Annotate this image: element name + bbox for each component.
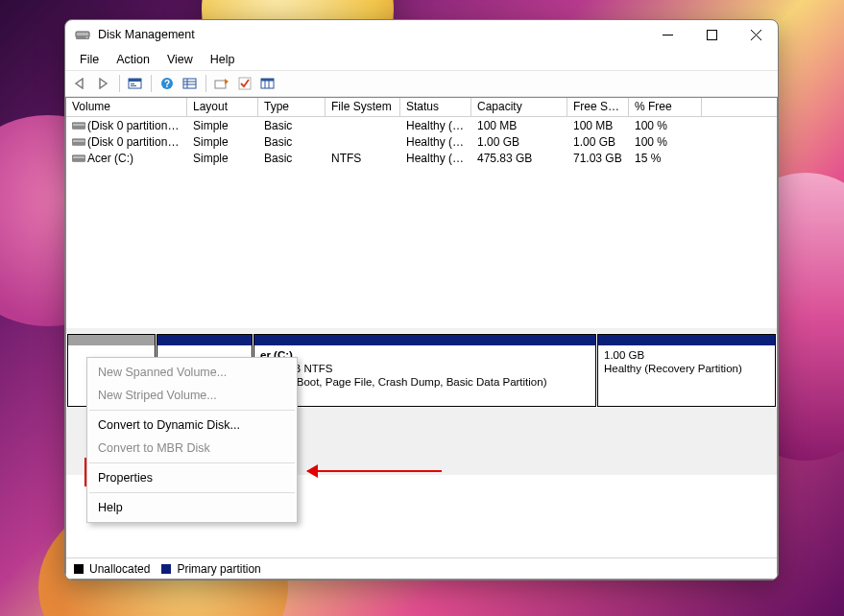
svg-rect-8 bbox=[129, 79, 141, 82]
col-type[interactable]: Type bbox=[258, 98, 326, 116]
list-view-icon[interactable] bbox=[179, 73, 202, 94]
svg-point-2 bbox=[86, 36, 88, 38]
menu-bar: File Action View Help bbox=[65, 49, 778, 70]
svg-rect-26 bbox=[72, 142, 85, 146]
disk-icon bbox=[72, 153, 85, 162]
col-filesystem[interactable]: File System bbox=[326, 98, 400, 116]
disk-icon bbox=[72, 120, 85, 130]
ctx-convert-dynamic[interactable]: Convert to Dynamic Disk... bbox=[88, 414, 296, 437]
svg-rect-18 bbox=[239, 78, 251, 89]
action-icon[interactable] bbox=[210, 73, 233, 94]
close-button[interactable] bbox=[734, 20, 778, 49]
refresh-settings-icon[interactable] bbox=[124, 73, 147, 94]
svg-rect-22 bbox=[261, 79, 274, 82]
svg-rect-4 bbox=[707, 30, 716, 39]
legend-unallocated-label: Unallocated bbox=[89, 562, 150, 576]
col-layout[interactable]: Layout bbox=[187, 98, 258, 116]
svg-rect-10 bbox=[131, 85, 136, 86]
minimize-button[interactable] bbox=[645, 20, 689, 49]
partition-recovery-status: Healthy (Recovery Partition) bbox=[604, 362, 769, 375]
svg-rect-13 bbox=[183, 79, 196, 88]
legend-unallocated-swatch bbox=[74, 564, 84, 574]
ctx-help[interactable]: Help bbox=[88, 496, 296, 519]
back-button[interactable] bbox=[69, 73, 92, 94]
volume-row[interactable]: (Disk 0 partition 4)SimpleBasicHealthy (… bbox=[66, 133, 777, 150]
menu-help[interactable]: Help bbox=[202, 51, 244, 68]
partition-recovery-size: 1.00 GB bbox=[604, 348, 769, 362]
ctx-new-striped: New Striped Volume... bbox=[88, 384, 296, 407]
toolbar: ? bbox=[65, 70, 778, 97]
svg-text:?: ? bbox=[164, 79, 170, 89]
check-icon[interactable] bbox=[233, 73, 256, 94]
ctx-convert-mbr: Convert to MBR Disk bbox=[88, 437, 296, 460]
menu-file[interactable]: File bbox=[71, 51, 108, 68]
ctx-new-spanned: New Spanned Volume... bbox=[88, 361, 296, 384]
col-volume[interactable]: Volume bbox=[66, 98, 187, 116]
disk-icon bbox=[72, 136, 85, 146]
menu-action[interactable]: Action bbox=[108, 51, 158, 68]
svg-rect-24 bbox=[72, 126, 85, 130]
maximize-button[interactable] bbox=[689, 20, 734, 49]
volume-row[interactable]: (Disk 0 partition 1)SimpleBasicHealthy (… bbox=[66, 117, 777, 133]
svg-rect-28 bbox=[72, 158, 85, 162]
legend-primary-swatch bbox=[161, 564, 171, 574]
col-capacity[interactable]: Capacity bbox=[471, 98, 567, 116]
volume-list-header[interactable]: Volume Layout Type File System Status Ca… bbox=[66, 98, 777, 117]
partition-c-title: er (C:) bbox=[260, 348, 590, 362]
disk-context-menu[interactable]: New Spanned Volume... New Striped Volume… bbox=[86, 357, 298, 523]
forward-button[interactable] bbox=[92, 73, 115, 94]
columns-icon[interactable] bbox=[256, 73, 279, 94]
title-bar[interactable]: Disk Management bbox=[65, 20, 778, 49]
partition-c-status: ealthy (Boot, Page File, Crash Dump, Bas… bbox=[260, 375, 590, 389]
ctx-properties[interactable]: Properties bbox=[88, 466, 296, 489]
volume-row[interactable]: Acer (C:)SimpleBasicNTFSHealthy (B...475… bbox=[66, 150, 777, 166]
svg-rect-9 bbox=[131, 83, 134, 84]
menu-view[interactable]: View bbox=[158, 51, 202, 68]
app-icon bbox=[75, 27, 90, 42]
col-status[interactable]: Status bbox=[400, 98, 471, 116]
col-freespace[interactable]: Free Spa... bbox=[567, 98, 629, 116]
legend: Unallocated Primary partition bbox=[66, 557, 777, 579]
col-pctfree[interactable]: % Free bbox=[629, 98, 702, 116]
help-icon[interactable]: ? bbox=[156, 73, 179, 94]
window-title: Disk Management bbox=[98, 28, 195, 41]
legend-primary-label: Primary partition bbox=[177, 562, 260, 576]
partition-recovery[interactable]: 1.00 GB Healthy (Recovery Partition) bbox=[597, 334, 776, 407]
volume-list[interactable]: Volume Layout Type File System Status Ca… bbox=[66, 98, 777, 333]
partition-c-size: 5.83 GB NTFS bbox=[260, 362, 590, 375]
partition-c[interactable]: er (C:) 5.83 GB NTFS ealthy (Boot, Page … bbox=[253, 334, 596, 407]
svg-rect-17 bbox=[215, 81, 226, 88]
